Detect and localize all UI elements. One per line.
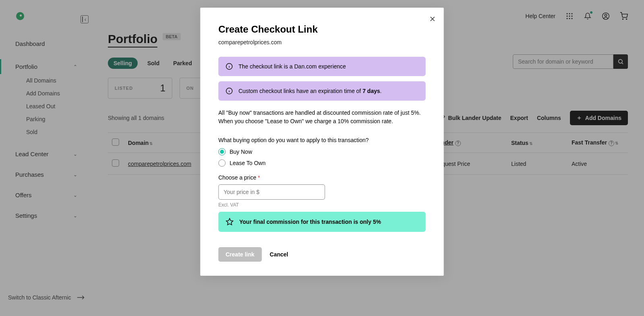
radio-lease-to-own[interactable]: Lease To Own bbox=[219, 159, 426, 167]
close-icon bbox=[429, 15, 437, 23]
modal-domain: comparepetrolprices.com bbox=[219, 39, 426, 45]
info-dan-experience: The checkout link is a Dan.com experienc… bbox=[219, 57, 426, 76]
star-icon bbox=[226, 218, 234, 226]
radio-label: Lease To Own bbox=[230, 160, 266, 166]
create-checkout-modal: Create Checkout Link comparepetrolprices… bbox=[200, 8, 444, 276]
create-link-button[interactable]: Create link bbox=[219, 247, 262, 262]
radio-icon bbox=[219, 148, 226, 155]
buying-option-question: What buying option do you want to apply … bbox=[219, 137, 426, 143]
commission-description: All "Buy now" transactions are handled a… bbox=[219, 109, 426, 126]
info-icon bbox=[226, 63, 233, 70]
cancel-button[interactable]: Cancel bbox=[270, 251, 288, 258]
radio-icon bbox=[219, 159, 226, 167]
required-mark: * bbox=[258, 174, 260, 181]
info-icon bbox=[226, 87, 233, 95]
commission-box: Your final commission for this transacti… bbox=[219, 212, 426, 232]
price-hint: Excl. VAT bbox=[219, 202, 426, 208]
price-label: Choose a price * bbox=[219, 174, 260, 181]
radio-buy-now[interactable]: Buy Now bbox=[219, 148, 426, 155]
radio-label: Buy Now bbox=[230, 149, 252, 155]
svg-marker-16 bbox=[226, 219, 233, 225]
modal-title: Create Checkout Link bbox=[219, 24, 426, 35]
info-text: The checkout link is a Dan.com experienc… bbox=[239, 63, 346, 70]
commission-text: Your final commission for this transacti… bbox=[239, 219, 381, 225]
info-expiration: Custom checkout links have an expiration… bbox=[219, 81, 426, 101]
price-input[interactable] bbox=[219, 184, 325, 200]
info-text: Custom checkout links have an expiration… bbox=[239, 88, 382, 94]
close-button[interactable] bbox=[427, 13, 438, 25]
